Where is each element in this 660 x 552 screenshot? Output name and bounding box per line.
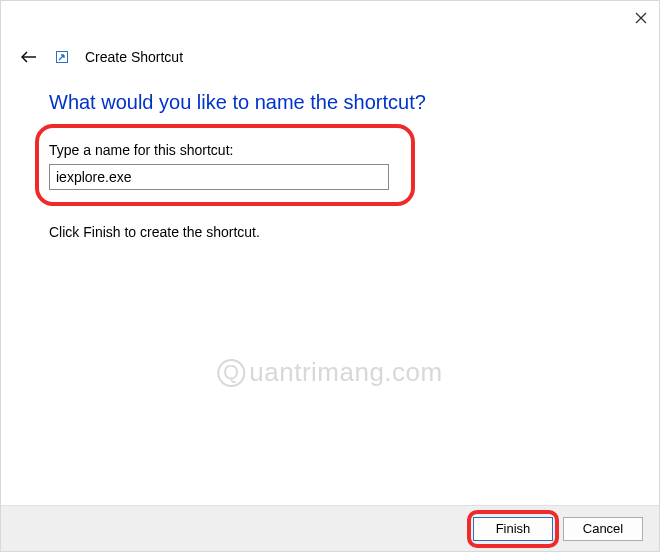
instruction-text: Click Finish to create the shortcut. <box>49 224 611 240</box>
shortcut-overlay-icon <box>55 50 69 64</box>
finish-button[interactable]: Finish <box>473 517 553 541</box>
wizard-title: Create Shortcut <box>85 49 183 65</box>
titlebar <box>1 1 659 35</box>
watermark-text: uantrimang.com <box>249 357 442 388</box>
finish-button-wrap: Finish <box>473 517 553 541</box>
shortcut-name-input[interactable] <box>49 164 389 190</box>
wizard-content: What would you like to name the shortcut… <box>1 77 659 505</box>
wizard-header: Create Shortcut <box>1 35 659 77</box>
watermark: Q uantrimang.com <box>217 357 442 388</box>
shortcut-name-label: Type a name for this shortcut: <box>49 142 611 158</box>
create-shortcut-wizard: Create Shortcut What would you like to n… <box>0 0 660 552</box>
close-icon[interactable] <box>629 6 653 30</box>
watermark-q-icon: Q <box>217 359 245 387</box>
shortcut-name-group: Type a name for this shortcut: <box>49 142 611 190</box>
cancel-button[interactable]: Cancel <box>563 517 643 541</box>
back-arrow-icon[interactable] <box>19 47 39 67</box>
page-heading: What would you like to name the shortcut… <box>49 91 611 114</box>
wizard-footer: Finish Cancel <box>1 505 659 551</box>
